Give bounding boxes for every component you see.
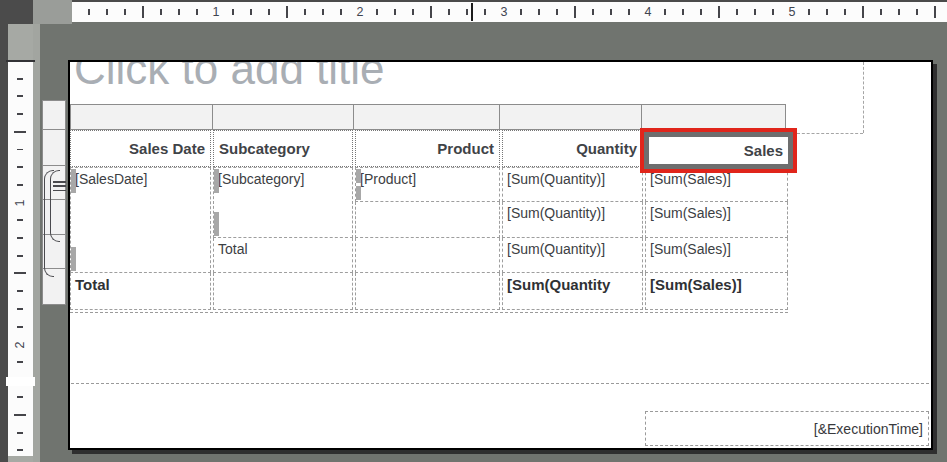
report-title-clip: Click to add title xyxy=(68,60,628,104)
ruler-corner-block xyxy=(0,0,33,24)
horizontal-ruler: 1 2 3 4 5 xyxy=(72,2,947,22)
column-handle-quantity[interactable] xyxy=(499,104,642,130)
cell-subcategory-grand-empty[interactable] xyxy=(213,273,353,310)
ruler-gutter xyxy=(33,24,40,462)
row-handle-header[interactable] xyxy=(42,129,66,166)
hruler-label-4: 4 xyxy=(642,4,655,20)
hruler-label-2: 2 xyxy=(354,4,367,20)
merge-grip-icon xyxy=(71,169,76,193)
hruler-label-5: 5 xyxy=(786,4,799,20)
cell-product-detail-text: [Product] xyxy=(360,171,416,187)
report-page[interactable]: Click to add title Sales Date Subcategor… xyxy=(68,60,933,450)
header-cell-subcategory[interactable]: Subcategory xyxy=(213,130,353,167)
cell-product-detail[interactable]: [Product] xyxy=(355,167,500,202)
selected-cell-highlight: Sales xyxy=(640,128,797,173)
left-edge-strip xyxy=(0,24,8,462)
merge-grip-icon xyxy=(356,186,361,200)
merge-grip-icon xyxy=(214,169,219,193)
cell-grand-total-label[interactable]: Total xyxy=(70,273,211,310)
cell-subcategory-group[interactable]: [Subcategory] xyxy=(213,167,353,238)
vertical-ruler: 1 2 xyxy=(8,62,33,456)
cell-subcategory-group-text: [Subcategory] xyxy=(218,171,304,187)
merge-grip-icon xyxy=(356,169,361,183)
merge-grip-icon xyxy=(71,247,76,271)
cell-subcategory-total-label[interactable]: Total xyxy=(213,238,353,273)
body-footer-boundary-marker xyxy=(6,377,35,386)
cell-sales-date-group[interactable]: [SalesDate] xyxy=(70,167,211,273)
title-textbox-bottom-guide xyxy=(797,133,863,134)
header-cell-quantity[interactable]: Quantity xyxy=(502,130,643,167)
header-cell-sales-date[interactable]: Sales Date xyxy=(70,130,211,167)
cell-product-subtotal-empty[interactable] xyxy=(355,238,500,273)
column-handle-subcategory[interactable] xyxy=(212,104,354,130)
cell-quantity-subtotal[interactable]: [Sum(Quantity)] xyxy=(502,238,643,273)
column-handle-sales-date[interactable] xyxy=(70,104,213,130)
header-cell-sales[interactable]: Sales xyxy=(649,137,788,164)
tablix-column-handles xyxy=(70,104,786,130)
ruler-corner-gutter xyxy=(33,0,72,24)
hruler-label-3: 3 xyxy=(498,4,511,20)
cell-sales-grand-total[interactable]: [Sum(Sales)] xyxy=(645,273,788,310)
cell-sales-row2[interactable]: [Sum(Sales)] xyxy=(645,202,788,238)
cell-product-grand-empty[interactable] xyxy=(355,273,500,310)
cell-quantity-grand-total[interactable]: [Sum(Quantity xyxy=(502,273,643,310)
column-handle-sales[interactable] xyxy=(641,104,786,130)
vertical-ruler-half-ticks xyxy=(14,62,26,456)
page-top-marker xyxy=(6,60,35,62)
cell-product-row2-empty[interactable] xyxy=(355,202,500,238)
details-group-icon[interactable] xyxy=(53,180,66,192)
header-cell-product[interactable]: Product xyxy=(355,130,500,167)
title-textbox-right-guide xyxy=(863,62,864,133)
cell-quantity-row2[interactable]: [Sum(Quantity)] xyxy=(502,202,643,238)
ruler-cursor-indicator xyxy=(471,3,473,21)
vruler-label-1: 1 xyxy=(13,194,27,212)
row-handle-corner[interactable] xyxy=(42,100,66,130)
execution-time-textbox[interactable]: [&ExecutionTime] xyxy=(645,411,929,446)
cell-sales-date-group-text: [SalesDate] xyxy=(75,171,147,187)
report-title-placeholder[interactable]: Click to add title xyxy=(74,60,385,94)
cell-sales-subtotal[interactable]: [Sum(Sales)] xyxy=(645,238,788,273)
column-handle-product[interactable] xyxy=(353,104,500,130)
hruler-label-1: 1 xyxy=(210,4,223,20)
cell-quantity-detail[interactable]: [Sum(Quantity)] xyxy=(502,167,643,202)
vruler-label-2: 2 xyxy=(13,336,27,354)
merge-grip-icon xyxy=(214,212,219,236)
body-footer-divider xyxy=(71,383,929,384)
